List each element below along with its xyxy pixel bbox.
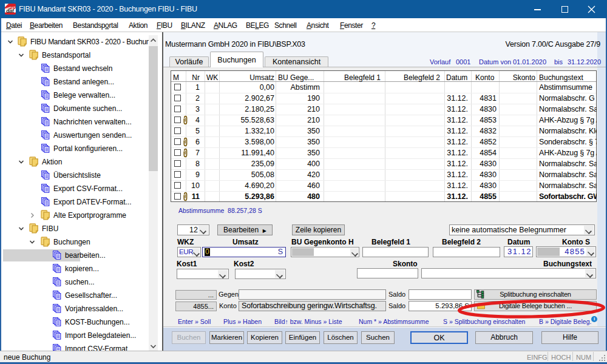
svg-text:dat: dat: [6, 8, 15, 14]
